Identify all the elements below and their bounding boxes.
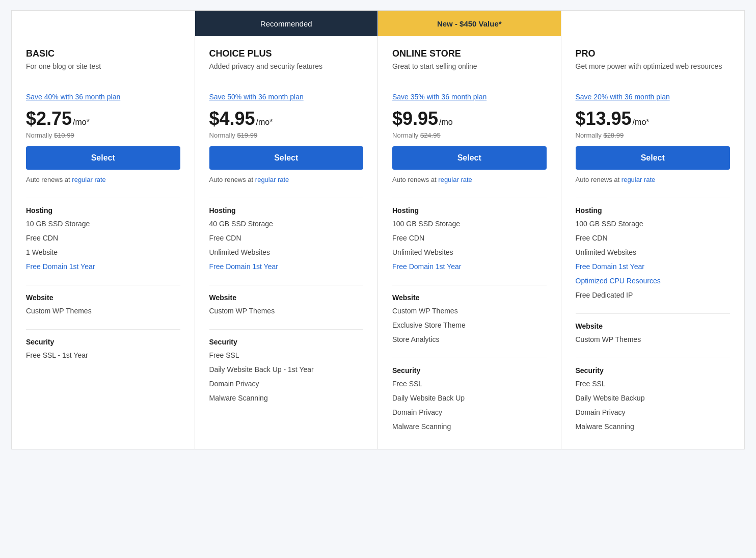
hosting-feature-basic-2: 1 Website [26, 248, 180, 258]
price-row-pro: $13.95/mo* [576, 108, 731, 129]
security-feature-online-store-2: Domain Privacy [392, 408, 547, 418]
select-button-choice-plus[interactable]: Select [209, 146, 364, 170]
plan-body-basic: BASICFor one blog or site testSave 40% w… [12, 36, 195, 378]
save-link-choice-plus[interactable]: Save 50% with 36 month plan [209, 93, 364, 101]
hosting-feature-pro-2: Unlimited Websites [576, 248, 731, 258]
security-feature-online-store-3: Malware Scanning [392, 422, 547, 433]
website-feature-online-store-1: Exclusive Store Theme [392, 321, 547, 331]
plan-col-basic: BASICFor one blog or site testSave 40% w… [12, 11, 195, 449]
website-title-pro: Website [576, 322, 731, 330]
badge-pro [561, 11, 745, 36]
plan-body-online-store: ONLINE STOREGreat to start selling onlin… [378, 36, 561, 449]
auto-renew-online-store: Auto renews at regular rate [392, 176, 547, 183]
auto-renew-basic: Auto renews at regular rate [26, 176, 180, 183]
hosting-feature-pro-3[interactable]: Free Domain 1st Year [576, 262, 731, 273]
security-feature-choice-plus-2: Domain Privacy [209, 380, 364, 390]
plan-name-basic: BASIC [26, 48, 180, 59]
hosting-feature-pro-5: Free Dedicated IP [576, 291, 731, 301]
price-period-online-store: /mo [439, 118, 453, 127]
hosting-title-online-store: Hosting [392, 206, 547, 215]
price-period-pro: /mo* [633, 118, 650, 127]
security-title-basic: Security [26, 338, 180, 346]
normal-price-pro: Normally $28.99 [576, 131, 731, 139]
website-feature-choice-plus-0: Custom WP Themes [209, 307, 364, 317]
price-row-online-store: $9.95/mo [392, 108, 547, 129]
pricing-table: BASICFor one blog or site testSave 40% w… [11, 10, 745, 449]
plan-col-online-store: New - $450 Value*ONLINE STOREGreat to st… [378, 11, 561, 449]
plan-name-choice-plus: CHOICE PLUS [209, 48, 364, 59]
security-feature-choice-plus-1: Daily Website Back Up - 1st Year [209, 365, 364, 376]
website-feature-online-store-2: Store Analytics [392, 335, 547, 346]
price-period-choice-plus: /mo* [256, 118, 273, 127]
plan-desc-online-store: Great to start selling online [392, 62, 547, 85]
regular-rate-link-pro[interactable]: regular rate [622, 176, 655, 183]
security-feature-pro-0: Free SSL [576, 380, 731, 390]
hosting-feature-online-store-0: 100 GB SSD Storage [392, 220, 547, 230]
normal-price-basic: Normally $10.99 [26, 131, 180, 139]
security-feature-choice-plus-3: Malware Scanning [209, 394, 364, 404]
website-title-basic: Website [26, 294, 180, 302]
security-feature-online-store-1: Daily Website Back Up [392, 394, 547, 404]
regular-rate-link-choice-plus[interactable]: regular rate [255, 176, 289, 183]
select-button-pro[interactable]: Select [576, 146, 731, 170]
price-row-basic: $2.75/mo* [26, 108, 180, 129]
website-feature-online-store-0: Custom WP Themes [392, 307, 547, 317]
hosting-feature-online-store-3[interactable]: Free Domain 1st Year [392, 262, 547, 273]
security-feature-pro-3: Malware Scanning [576, 422, 731, 433]
save-link-basic[interactable]: Save 40% with 36 month plan [26, 93, 180, 101]
select-button-basic[interactable]: Select [26, 146, 180, 170]
save-link-pro[interactable]: Save 20% with 36 month plan [576, 93, 731, 101]
website-title-choice-plus: Website [209, 294, 364, 302]
plan-name-pro: PRO [576, 48, 731, 59]
website-feature-pro-0: Custom WP Themes [576, 335, 731, 346]
hosting-feature-choice-plus-3[interactable]: Free Domain 1st Year [209, 262, 364, 273]
price-amount-basic: $2.75 [26, 108, 72, 129]
hosting-title-choice-plus: Hosting [209, 206, 364, 215]
auto-renew-choice-plus: Auto renews at regular rate [209, 176, 364, 183]
normal-price-online-store: Normally $24.95 [392, 131, 547, 139]
plan-name-online-store: ONLINE STORE [392, 48, 547, 59]
plan-col-pro: PROGet more power with optimized web res… [561, 11, 745, 449]
hosting-feature-pro-0: 100 GB SSD Storage [576, 220, 731, 230]
plan-col-choice-plus: RecommendedCHOICE PLUSAdded privacy and … [195, 11, 379, 449]
security-title-online-store: Security [392, 366, 547, 375]
price-amount-online-store: $9.95 [392, 108, 438, 129]
hosting-feature-basic-1: Free CDN [26, 234, 180, 244]
plan-desc-choice-plus: Added privacy and security features [209, 62, 364, 85]
plan-body-pro: PROGet more power with optimized web res… [561, 36, 745, 449]
regular-rate-link-basic[interactable]: regular rate [72, 176, 105, 183]
price-row-choice-plus: $4.95/mo* [209, 108, 364, 129]
website-title-online-store: Website [392, 294, 547, 302]
save-link-online-store[interactable]: Save 35% with 36 month plan [392, 93, 547, 101]
website-feature-basic-0: Custom WP Themes [26, 307, 180, 317]
badge-choice-plus: Recommended [195, 11, 378, 36]
security-feature-pro-2: Domain Privacy [576, 408, 731, 418]
security-feature-basic-0: Free SSL - 1st Year [26, 351, 180, 361]
plan-body-choice-plus: CHOICE PLUSAdded privacy and security fe… [195, 36, 378, 420]
hosting-feature-choice-plus-2: Unlimited Websites [209, 248, 364, 258]
badge-online-store: New - $450 Value* [378, 11, 561, 36]
plan-desc-basic: For one blog or site test [26, 62, 180, 85]
hosting-title-pro: Hosting [576, 206, 731, 215]
security-title-choice-plus: Security [209, 338, 364, 346]
plan-desc-pro: Get more power with optimized web resour… [576, 62, 731, 85]
hosting-feature-online-store-1: Free CDN [392, 234, 547, 244]
security-feature-online-store-0: Free SSL [392, 380, 547, 390]
hosting-feature-pro-1: Free CDN [576, 234, 731, 244]
hosting-feature-online-store-2: Unlimited Websites [392, 248, 547, 258]
hosting-feature-choice-plus-0: 40 GB SSD Storage [209, 220, 364, 230]
normal-price-choice-plus: Normally $19.99 [209, 131, 364, 139]
price-amount-pro: $13.95 [576, 108, 632, 129]
hosting-feature-basic-3[interactable]: Free Domain 1st Year [26, 262, 180, 273]
auto-renew-pro: Auto renews at regular rate [576, 176, 731, 183]
hosting-feature-pro-4[interactable]: Optimized CPU Resources [576, 277, 731, 287]
security-title-pro: Security [576, 366, 731, 375]
price-period-basic: /mo* [73, 118, 90, 127]
hosting-title-basic: Hosting [26, 206, 180, 215]
hosting-feature-basic-0: 10 GB SSD Storage [26, 220, 180, 230]
price-amount-choice-plus: $4.95 [209, 108, 255, 129]
badge-basic [12, 11, 195, 36]
select-button-online-store[interactable]: Select [392, 146, 547, 170]
hosting-feature-choice-plus-1: Free CDN [209, 234, 364, 244]
regular-rate-link-online-store[interactable]: regular rate [438, 176, 472, 183]
